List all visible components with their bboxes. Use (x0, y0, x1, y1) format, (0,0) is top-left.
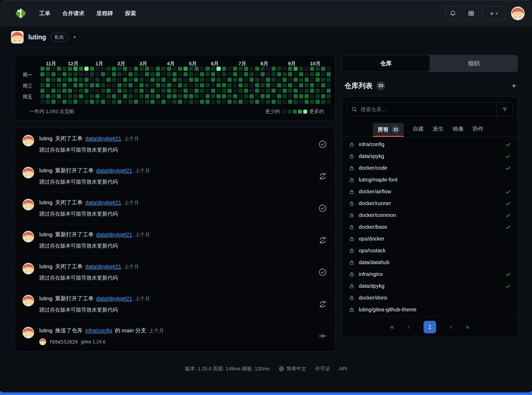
heatmap-cell[interactable] (310, 78, 314, 82)
heatmap-cell[interactable] (327, 67, 331, 71)
heatmap-cell[interactable] (310, 100, 314, 104)
heatmap-cell[interactable] (161, 83, 166, 87)
heatmap-cell[interactable] (139, 94, 144, 98)
heatmap-cell[interactable] (222, 94, 226, 98)
heatmap-cell[interactable] (156, 67, 160, 71)
heatmap-cell[interactable] (112, 67, 116, 71)
heatmap-cell[interactable] (57, 78, 61, 82)
heatmap-cell[interactable] (73, 89, 78, 93)
repo-list-item[interactable]: docker/code (342, 162, 518, 174)
heatmap-cell[interactable] (272, 83, 276, 87)
heatmap-cell[interactable] (123, 83, 127, 87)
heatmap-cell[interactable] (205, 83, 210, 87)
heatmap-cell[interactable] (139, 72, 144, 76)
heatmap-cell[interactable] (283, 78, 287, 82)
heatmap-cell[interactable] (321, 72, 325, 76)
commit-hash-link[interactable]: f69d552029 (49, 339, 78, 345)
heatmap-cell[interactable] (283, 67, 287, 71)
heatmap-cell[interactable] (327, 72, 331, 76)
heatmap-cell[interactable] (189, 78, 193, 82)
heatmap-cell[interactable] (161, 67, 166, 71)
heatmap-cell[interactable] (161, 100, 166, 104)
heatmap-cell[interactable] (178, 72, 182, 76)
heatmap-cell[interactable] (167, 78, 171, 82)
heatmap-cell[interactable] (62, 83, 67, 87)
heatmap-cell[interactable] (222, 72, 226, 76)
heatmap-cell[interactable] (189, 83, 193, 87)
heatmap-cell[interactable] (189, 100, 193, 104)
heatmap-cell[interactable] (117, 83, 122, 87)
avatar[interactable] (23, 263, 34, 274)
heatmap-cell[interactable] (216, 94, 221, 98)
heatmap-cell[interactable] (68, 83, 72, 87)
heatmap-cell[interactable] (227, 94, 232, 98)
heatmap-cell[interactable] (244, 67, 248, 71)
heatmap-cell[interactable] (216, 100, 221, 104)
heatmap-cell[interactable] (95, 72, 100, 76)
heatmap-cell[interactable] (244, 72, 248, 76)
heatmap-cell[interactable] (288, 72, 292, 76)
heatmap-cell[interactable] (299, 78, 303, 82)
repo-list-item[interactable]: ops/rustack (342, 245, 518, 257)
heatmap-cell[interactable] (112, 100, 116, 104)
heatmap-cell[interactable] (40, 83, 45, 87)
heatmap-cell[interactable] (244, 83, 248, 87)
avatar[interactable] (23, 295, 34, 306)
heatmap-cell[interactable] (183, 67, 188, 71)
heatmap-cell[interactable] (316, 78, 320, 82)
heatmap-cell[interactable] (277, 89, 281, 93)
heatmap-cell[interactable] (90, 94, 94, 98)
heatmap-cell[interactable] (277, 83, 281, 87)
heatmap-cell[interactable] (260, 89, 265, 93)
heatmap-cell[interactable] (106, 78, 111, 82)
repo-name-link[interactable]: luting/gitea-github-theme (359, 307, 416, 313)
heatmap-cell[interactable] (266, 67, 270, 71)
heatmap-cell[interactable] (46, 67, 50, 71)
heatmap-cell[interactable] (46, 89, 50, 93)
heatmap-cell[interactable] (51, 100, 56, 104)
repo-name-link[interactable]: docker/doris (359, 295, 387, 301)
heatmap-cell[interactable] (51, 72, 56, 76)
heatmap-cell[interactable] (194, 100, 199, 104)
heatmap-cell[interactable] (255, 72, 259, 76)
heatmap-cell[interactable] (222, 83, 226, 87)
heatmap-cell[interactable] (117, 72, 122, 76)
heatmap-cell[interactable] (294, 72, 298, 76)
create-new-button[interactable]: + ▾ (482, 6, 505, 21)
heatmap-cell[interactable] (145, 67, 149, 71)
repo-filter-协作[interactable]: 协作 (473, 125, 484, 134)
repo-list-item[interactable]: docker/common (342, 209, 518, 221)
heatmap-cell[interactable] (211, 89, 215, 93)
heatmap-cell[interactable] (321, 94, 325, 98)
heatmap-cell[interactable] (183, 72, 188, 76)
heatmap-cell[interactable] (272, 94, 276, 98)
feed-user-link[interactable]: luting (39, 327, 52, 334)
heatmap-cell[interactable] (90, 89, 94, 93)
heatmap-cell[interactable] (84, 100, 89, 104)
heatmap-cell[interactable] (200, 72, 204, 76)
heatmap-cell[interactable] (167, 72, 171, 76)
heatmap-cell[interactable] (90, 78, 94, 82)
repo-search-input[interactable] (361, 106, 496, 113)
heatmap-cell[interactable] (112, 83, 116, 87)
heatmap-cell[interactable] (95, 78, 100, 82)
heatmap-cell[interactable] (123, 78, 127, 82)
heatmap-cell[interactable] (172, 72, 177, 76)
heatmap-cell[interactable] (101, 83, 105, 87)
heatmap-cell[interactable] (46, 94, 50, 98)
avatar[interactable] (23, 167, 34, 178)
heatmap-cell[interactable] (90, 100, 94, 104)
heatmap-cell[interactable] (272, 72, 276, 76)
heatmap-cell[interactable] (161, 72, 166, 76)
heatmap-cell[interactable] (277, 94, 281, 98)
heatmap-cell[interactable] (321, 100, 325, 104)
heatmap-cell[interactable] (283, 89, 287, 93)
heatmap-cell[interactable] (79, 83, 83, 87)
heatmap-cell[interactable] (128, 83, 133, 87)
heatmap-cell[interactable] (255, 67, 259, 71)
heatmap-cell[interactable] (84, 78, 89, 82)
feed-user-link[interactable]: luting (39, 199, 52, 206)
heatmap-cell[interactable] (172, 78, 177, 82)
heatmap-cell[interactable] (205, 78, 210, 82)
heatmap-cell[interactable] (255, 78, 259, 82)
